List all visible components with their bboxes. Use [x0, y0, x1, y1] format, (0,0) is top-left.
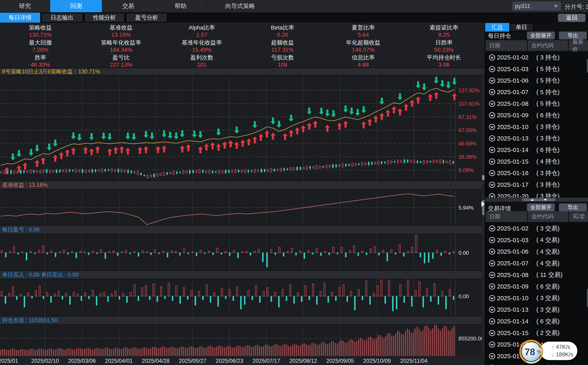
holding-row[interactable]: 2025-01-08( 5 持仓) [485, 98, 588, 110]
trades-scrollbar-thumb[interactable] [587, 289, 588, 307]
trade-row[interactable]: 2025-01-15( 2 交易) [485, 327, 588, 339]
panel-splitter[interactable] [485, 198, 588, 202]
holding-row[interactable]: 2025-01-17( 3 持仓) [485, 179, 588, 190]
buy-signal-icon [53, 155, 58, 162]
trade-row[interactable]: 2025-01-09( 6 交易) [485, 281, 588, 292]
sidebar-tab-summary[interactable]: 汇总 [485, 23, 509, 32]
row-date: 2025-01-10 [497, 123, 528, 130]
chevron-down-circle-icon[interactable] [489, 260, 495, 267]
row-date: 2025-01-06 [497, 248, 528, 255]
splitter-down-icon[interactable] [544, 199, 547, 201]
chevron-down-circle-icon[interactable] [489, 100, 495, 107]
chevron-down-circle-icon[interactable] [489, 147, 495, 153]
chevron-down-circle-icon[interactable] [489, 272, 495, 278]
chevron-down-circle-icon[interactable] [489, 237, 495, 243]
chevron-down-circle-icon[interactable] [489, 341, 495, 348]
y-axis-label: 127.92% [458, 87, 480, 94]
trade-row[interactable]: 2025-01-06( 4 交易) [485, 246, 588, 258]
chart-scrollbar-thumb[interactable] [482, 175, 485, 180]
chevron-down-circle-icon[interactable] [489, 318, 495, 325]
chevron-down-circle-icon[interactable] [489, 170, 495, 176]
buy-signal-icon [282, 133, 287, 140]
trade-row[interactable]: 2025-01-02( 3 交易) [485, 223, 588, 234]
trades-export-button[interactable]: 导出 [559, 204, 587, 211]
buy-signal-icon [83, 147, 88, 154]
column-header: 日期 [485, 40, 527, 51]
chevron-down-circle-icon[interactable] [489, 66, 495, 72]
row-date: 2025-01-17 [497, 181, 528, 188]
chevron-down-circle-icon[interactable] [489, 353, 495, 359]
buy-signal-icon [216, 144, 221, 151]
x-axis: 2025/012025/02/102025/03/062025/04/01202… [0, 356, 485, 365]
backtest-app: 研究回测交易帮助向导式策略 py311 分片号: 3 每日详情日志输出性能分析盈… [0, 0, 588, 365]
chevron-down-circle-icon[interactable] [489, 54, 495, 61]
trade-row[interactable]: 2025-01-14( 6 交易) [485, 316, 588, 327]
chevron-down-circle-icon[interactable] [489, 225, 495, 232]
holding-row[interactable]: 2025-01-10( 3 持仓) [485, 121, 588, 133]
trades-expand-all-button[interactable]: 全部展开 [527, 204, 555, 211]
x-axis-label: 2025/05/27 [179, 358, 206, 364]
back-button[interactable]: 返回 [558, 14, 586, 22]
chevron-down-circle-icon[interactable] [489, 124, 495, 130]
chart-scrollbar[interactable] [482, 76, 485, 356]
holding-row[interactable]: 2025-01-03( 5 持仓) [485, 63, 588, 75]
chevron-down-circle-icon[interactable] [489, 283, 495, 290]
holding-row[interactable]: 2025-01-09( 6 持仓) [485, 110, 588, 121]
chevron-down-circle-icon[interactable] [489, 248, 495, 255]
chevron-down-circle-icon[interactable] [489, 89, 495, 95]
buy-signal-icon [186, 144, 191, 151]
row-count: ( 4 交易) [536, 247, 560, 256]
sell-signal-icon [325, 110, 330, 117]
holdings-scrollbar-thumb[interactable] [587, 59, 588, 73]
upload-speed: 47K/s [556, 343, 570, 351]
chevron-down-circle-icon[interactable] [489, 158, 495, 165]
trade-row[interactable]: 2025-01-10( 3 交易) [485, 292, 588, 304]
sell-signal-icon [174, 133, 179, 140]
chevron-down-circle-icon[interactable] [489, 112, 495, 119]
chevron-down-circle-icon[interactable] [489, 330, 495, 336]
chevron-down-circle-icon[interactable] [489, 295, 495, 302]
holding-row[interactable]: 2025-01-13( 3 持仓) [485, 133, 588, 144]
daily-pnl-strip: 每日盈亏 : 0.00 [0, 225, 485, 234]
benchmark-strip: 基准收益 : 13.18% [0, 181, 485, 190]
y-axis-label: 107.61% [458, 101, 480, 107]
holding-row[interactable]: 2025-01-16( 3 持仓) [485, 167, 588, 179]
sell-signal-icon [331, 110, 336, 117]
holding-row[interactable]: 2025-01-15( 4 持仓) [485, 156, 588, 167]
row-count: ( 6 交易) [536, 282, 560, 291]
env-select[interactable]: py311 [512, 2, 561, 11]
sell-signal-icon [71, 132, 76, 139]
chevron-down-circle-icon[interactable] [489, 77, 495, 84]
sidebar-tab-single-day[interactable]: 单日 [509, 23, 533, 32]
sell-signal-icon [307, 107, 312, 114]
row-count: ( 3 持仓) [536, 181, 560, 189]
buy-signal-icon [113, 147, 118, 154]
holding-row[interactable]: 2025-01-07( 5 持仓) [485, 86, 588, 98]
row-count: ( 11 交易) [536, 271, 563, 279]
trade-row[interactable]: 2025-01-13( 3 交易) [485, 304, 588, 316]
trade-row[interactable]: 2025-01-08( 11 交易) [485, 269, 588, 281]
buy-signal-icon [253, 136, 257, 143]
sidebar-expand-handle-icon[interactable] [481, 201, 485, 207]
chevron-down-circle-icon[interactable] [489, 135, 495, 142]
buy-signal-icon [325, 125, 330, 132]
holding-row[interactable]: 2025-01-06( 5 持仓) [485, 75, 588, 86]
y-axis-label: 26.38% [458, 154, 477, 160]
chevron-down-circle-icon[interactable] [489, 306, 495, 313]
holding-row[interactable]: 2025-01-02( 3 持仓) [485, 52, 588, 63]
sell-signal-icon [53, 140, 58, 147]
holdings-section-title: 每日持仓 [488, 32, 511, 40]
trade-row[interactable]: 2025-01-03( 4 交易) [485, 234, 588, 246]
buy-signal-icon [119, 146, 124, 153]
buy-signal-icon [452, 93, 457, 100]
sell-signal-icon [35, 145, 40, 152]
splitter-handle[interactable] [522, 198, 555, 201]
holdings-expand-all-button[interactable]: 全部展开 [527, 32, 555, 39]
progress-ball[interactable]: 78 % [518, 338, 545, 365]
position-value-label: 持仓市值 : 1153551.50 [2, 317, 58, 324]
trade-row[interactable]: 2025-01-07( 4 交易) [485, 258, 588, 269]
chevron-down-circle-icon[interactable] [489, 182, 495, 188]
holding-row[interactable]: 2025-01-14( 6 持仓) [485, 144, 588, 156]
y-axis-label: 6.08% [458, 167, 474, 174]
splitter-up-icon[interactable] [531, 199, 534, 201]
